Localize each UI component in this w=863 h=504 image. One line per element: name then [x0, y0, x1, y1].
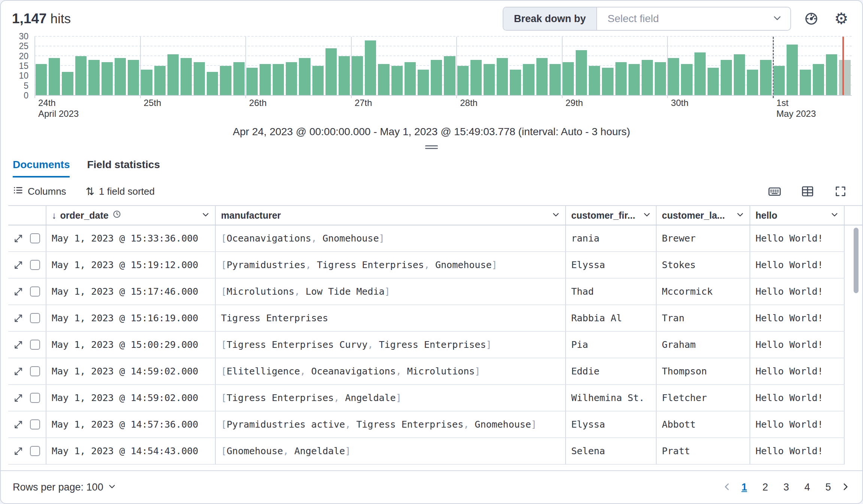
histogram-bar[interactable]: [681, 64, 692, 95]
histogram-bar[interactable]: [615, 62, 627, 95]
histogram-bar[interactable]: [629, 64, 640, 95]
histogram-bar[interactable]: [115, 58, 126, 95]
histogram-bar[interactable]: [813, 64, 824, 95]
columns-button[interactable]: Columns: [13, 185, 66, 198]
fullscreen-button[interactable]: [831, 182, 850, 201]
histogram-bar[interactable]: [523, 64, 534, 95]
histogram-bar[interactable]: [747, 70, 758, 95]
histogram-bar[interactable]: [602, 68, 613, 95]
row-checkbox[interactable]: [30, 446, 40, 456]
tab-documents[interactable]: Documents: [13, 154, 70, 177]
histogram-bar[interactable]: [773, 66, 785, 95]
row-checkbox[interactable]: [30, 340, 40, 350]
histogram-bar[interactable]: [826, 54, 837, 95]
histogram-bar[interactable]: [273, 64, 284, 95]
next-page-button[interactable]: [841, 482, 850, 493]
histogram-bar[interactable]: [497, 58, 508, 95]
histogram-bar[interactable]: [549, 64, 561, 95]
histogram-bar[interactable]: [418, 70, 429, 95]
keyboard-shortcuts-button[interactable]: [765, 182, 784, 201]
display-options-button[interactable]: [798, 182, 817, 201]
histogram-bar[interactable]: [839, 60, 850, 95]
expand-row-icon[interactable]: [13, 446, 23, 456]
row-checkbox[interactable]: [30, 233, 40, 243]
expand-row-icon[interactable]: [13, 393, 23, 403]
histogram-bar[interactable]: [339, 56, 350, 95]
histogram-bar[interactable]: [431, 60, 442, 95]
histogram-bar[interactable]: [405, 62, 416, 95]
previous-page-button[interactable]: [722, 482, 732, 493]
row-checkbox[interactable]: [30, 419, 40, 429]
histogram-bar[interactable]: [246, 68, 258, 95]
histogram-bar[interactable]: [49, 58, 60, 95]
histogram-bar[interactable]: [102, 62, 113, 95]
header-customer-first[interactable]: customer_fir...: [566, 206, 657, 225]
histogram-bar[interactable]: [286, 62, 297, 95]
expand-row-icon[interactable]: [13, 420, 23, 429]
page-button-5[interactable]: 5: [820, 479, 837, 496]
histogram-bar[interactable]: [62, 72, 73, 95]
histogram-bar[interactable]: [128, 60, 139, 95]
histogram-bar[interactable]: [576, 50, 587, 95]
histogram-bar[interactable]: [484, 64, 495, 95]
histogram-bar[interactable]: [510, 70, 521, 95]
histogram-bar[interactable]: [668, 58, 679, 95]
histogram-bar[interactable]: [721, 60, 732, 95]
histogram-bar[interactable]: [655, 62, 666, 95]
histogram-bar[interactable]: [470, 60, 482, 95]
row-checkbox[interactable]: [30, 313, 40, 323]
histogram-bar[interactable]: [708, 68, 719, 95]
histogram-bar[interactable]: [457, 66, 469, 95]
row-checkbox[interactable]: [30, 260, 40, 270]
histogram-bar[interactable]: [233, 62, 245, 95]
histogram-bar[interactable]: [536, 58, 548, 95]
histogram-bar[interactable]: [181, 58, 192, 95]
histogram-bar[interactable]: [444, 56, 455, 95]
histogram-bar[interactable]: [194, 62, 205, 95]
expand-row-icon[interactable]: [13, 367, 23, 376]
expand-row-icon[interactable]: [13, 260, 23, 270]
histogram-bar[interactable]: [787, 45, 798, 95]
rows-per-page-button[interactable]: Rows per page: 100: [13, 482, 116, 493]
histogram-bar[interactable]: [141, 70, 152, 95]
histogram-bar[interactable]: [760, 60, 771, 95]
expand-row-icon[interactable]: [13, 234, 23, 243]
histogram-bar[interactable]: [75, 56, 87, 95]
histogram-bar[interactable]: [299, 58, 310, 95]
histogram-bar[interactable]: [642, 60, 653, 95]
expand-row-icon[interactable]: [13, 287, 23, 297]
header-manufacturer[interactable]: manufacturer: [216, 206, 566, 225]
histogram-bar[interactable]: [154, 66, 166, 95]
page-button-3[interactable]: 3: [778, 479, 795, 496]
row-checkbox[interactable]: [30, 366, 40, 376]
histogram-bar[interactable]: [325, 48, 337, 95]
histogram-bar[interactable]: [167, 54, 179, 95]
panel-resize-handle[interactable]: [425, 145, 438, 149]
page-button-4[interactable]: 4: [799, 479, 816, 496]
histogram-bar[interactable]: [391, 66, 403, 95]
sorted-fields-button[interactable]: ⇅ 1 field sorted: [86, 185, 155, 198]
histogram-bar[interactable]: [378, 64, 389, 95]
header-order-date[interactable]: ↓ order_date: [46, 206, 216, 225]
histogram-bar[interactable]: [800, 70, 811, 95]
page-button-1[interactable]: 1: [736, 479, 753, 496]
histogram-bar[interactable]: [563, 62, 574, 95]
histogram-bar[interactable]: [36, 64, 47, 95]
header-hello[interactable]: hello: [750, 206, 845, 225]
histogram-bar[interactable]: [260, 64, 271, 95]
histogram-bar[interactable]: [589, 66, 600, 95]
expand-row-icon[interactable]: [13, 313, 23, 323]
row-checkbox[interactable]: [30, 286, 40, 297]
histogram-bar[interactable]: [694, 52, 706, 95]
header-customer-last[interactable]: customer_la...: [657, 206, 750, 225]
histogram-bar[interactable]: [734, 54, 745, 95]
histogram-bar[interactable]: [312, 66, 324, 95]
histogram-bar[interactable]: [207, 72, 218, 95]
edit-visualization-button[interactable]: [802, 9, 821, 28]
tab-field-statistics[interactable]: Field statistics: [87, 154, 160, 177]
vertical-scrollbar[interactable]: [854, 228, 859, 293]
histogram-bar[interactable]: [220, 66, 231, 95]
row-checkbox[interactable]: [30, 393, 40, 403]
chart-settings-button[interactable]: ⚙: [832, 9, 851, 28]
histogram-bar[interactable]: [365, 40, 376, 95]
